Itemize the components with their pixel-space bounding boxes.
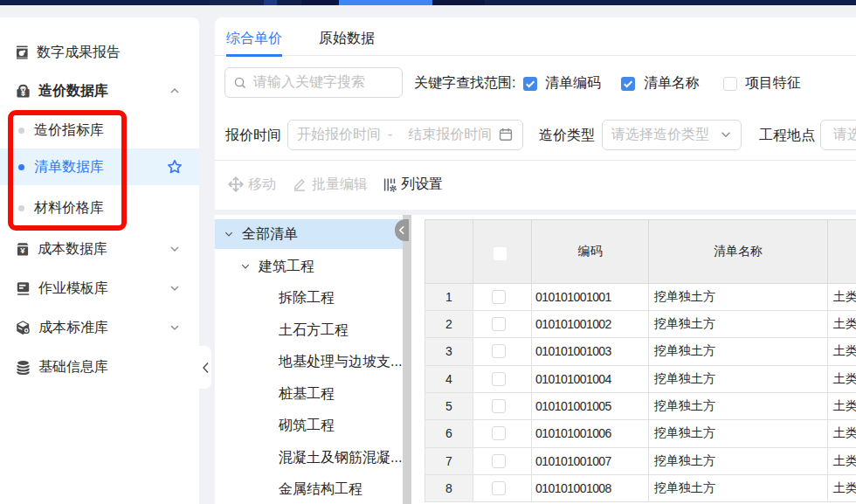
svg-text:¥: ¥ bbox=[20, 245, 25, 255]
svg-text:¥: ¥ bbox=[21, 87, 26, 97]
